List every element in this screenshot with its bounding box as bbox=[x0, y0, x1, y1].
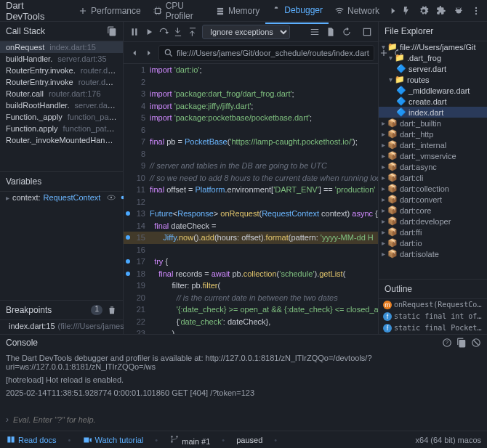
file-icon[interactable] bbox=[326, 27, 336, 37]
eye-icon[interactable] bbox=[106, 192, 116, 203]
tree-item[interactable]: ▸📦dart:_builtin bbox=[379, 118, 487, 129]
tree-item[interactable]: ▸📦dart:collection bbox=[379, 183, 487, 194]
tree-item[interactable]: 🔷index.dart bbox=[379, 107, 487, 118]
plus-icon bbox=[78, 6, 88, 16]
code-line[interactable]: 16 bbox=[124, 244, 378, 256]
nav-back-icon[interactable] bbox=[129, 48, 140, 58]
code-line[interactable]: 5import 'package:pocketbase/pocketbase.d… bbox=[124, 112, 378, 124]
breakpoints-count: 1 bbox=[91, 305, 102, 315]
top-tabs: PerformanceCPU ProfilerMemoryDebuggerNet… bbox=[72, 0, 385, 24]
outline-item[interactable]: fstatic final int offset bbox=[379, 311, 487, 322]
code-line[interactable]: 12 bbox=[124, 196, 378, 208]
expand-icon[interactable] bbox=[362, 27, 372, 37]
code-line[interactable]: 21 '{:date_check} >= open_at && {:date_c… bbox=[124, 304, 378, 316]
tree-item[interactable]: ▸📦dart:io bbox=[379, 237, 487, 248]
code-line[interactable]: 22 {'date_check': dateCheck}, bbox=[124, 316, 378, 328]
console-line: The Dart DevTools debugger and profiler … bbox=[6, 354, 481, 371]
tree-item[interactable]: ▸📦dart:convert bbox=[379, 194, 487, 205]
stack-frame[interactable]: Function.apply function_patch.dart:35 bbox=[0, 123, 123, 134]
tree-item[interactable]: ▸📦dart:core bbox=[379, 205, 487, 216]
code-line[interactable]: 2 bbox=[124, 76, 378, 89]
stack-frame[interactable]: RouterEntry.invoke. router.dart:3… bbox=[0, 65, 123, 76]
tab-network[interactable]: Network bbox=[329, 0, 385, 24]
tree-item[interactable]: ▸📦dart:async bbox=[379, 161, 487, 172]
pause-icon[interactable] bbox=[129, 27, 140, 37]
tab-cpu-profiler[interactable]: CPU Profiler bbox=[147, 0, 209, 24]
tree-item[interactable]: ▸📦dart:cli bbox=[379, 172, 487, 183]
tree-item[interactable]: ▾📁file:///Users/james/Git bbox=[379, 41, 487, 52]
breakpoints-header: Breakpoints 1 bbox=[0, 301, 123, 320]
list-icon[interactable] bbox=[310, 27, 320, 37]
svg-rect-2 bbox=[217, 10, 223, 12]
branch-indicator[interactable]: main #1 bbox=[169, 434, 210, 446]
code-line[interactable]: 6 bbox=[124, 124, 378, 137]
stack-frame[interactable]: Router._invokeMountedHandler router.dart… bbox=[0, 134, 123, 146]
code-editor[interactable]: 1import 'dart:io';23import 'package:dart… bbox=[124, 64, 378, 334]
breakpoint-item[interactable]: index.dart:15 (file:///Users/james/Git/d… bbox=[0, 320, 123, 332]
tree-item[interactable]: ▸📦dart:developer bbox=[379, 216, 487, 227]
outline-item[interactable]: fstatic final PocketBase… bbox=[379, 322, 487, 334]
stack-frame[interactable]: onRequest index.dart:15 bbox=[0, 41, 123, 53]
trash-icon[interactable] bbox=[107, 305, 117, 315]
tree-item[interactable]: ▸📦dart:_internal bbox=[379, 139, 487, 150]
code-line[interactable]: 19 filter: pb.filter( bbox=[124, 280, 378, 292]
tab-memory[interactable]: Memory bbox=[209, 0, 265, 24]
tree-item[interactable]: ▾📁routes bbox=[379, 74, 487, 85]
tree-item[interactable]: 🔷create.dart bbox=[379, 96, 487, 107]
tree-item[interactable]: ▸📦dart:_http bbox=[379, 129, 487, 139]
code-line[interactable]: 14 final dateCheck = bbox=[124, 220, 378, 232]
tree-item[interactable]: 🔷_middleware.dart bbox=[379, 85, 487, 96]
bolt-icon[interactable] bbox=[401, 6, 411, 16]
chevron-right-icon[interactable] bbox=[388, 6, 398, 16]
nav-forward-icon[interactable] bbox=[144, 48, 154, 58]
code-line[interactable]: 9// server and tables in the DB are goin… bbox=[124, 160, 378, 172]
bug-icon[interactable] bbox=[454, 6, 464, 16]
tree-item[interactable]: ▸📦dart:isolate bbox=[379, 248, 487, 259]
code-line[interactable]: 15 Jiffy.now().add(hours: offset).format… bbox=[124, 232, 378, 244]
stack-frame[interactable]: buildHandler. server.dart:35 bbox=[0, 53, 123, 65]
stack-frame[interactable]: Function._apply function_patch.dart:11 bbox=[0, 111, 123, 123]
resume-icon[interactable] bbox=[144, 27, 154, 37]
tree-item[interactable]: 🔷server.dart bbox=[379, 63, 487, 74]
outline-item[interactable]: monRequest(RequestContex… bbox=[379, 299, 487, 311]
svg-text:?: ? bbox=[446, 340, 448, 345]
stack-frame[interactable]: buildRootHandler. server.dart:28 bbox=[0, 99, 123, 111]
svg-point-15 bbox=[171, 436, 172, 437]
tree-item[interactable]: ▾📁.dart_frog bbox=[379, 52, 487, 63]
help-icon[interactable]: ? bbox=[442, 338, 452, 348]
copy-console-icon[interactable] bbox=[456, 338, 467, 348]
code-line[interactable]: 17 try { bbox=[124, 256, 378, 268]
more-vertical-icon[interactable] bbox=[471, 6, 481, 16]
step-over-icon[interactable] bbox=[158, 27, 169, 37]
tab-debugger[interactable]: Debugger bbox=[265, 0, 329, 24]
code-line[interactable]: 7final pb = PocketBase('https://lamp-cau… bbox=[124, 136, 378, 148]
copy-icon[interactable] bbox=[107, 26, 117, 36]
exception-mode-select[interactable]: Ignore exceptions bbox=[202, 25, 290, 39]
stack-frame[interactable]: Router.call router.dart:176 bbox=[0, 88, 123, 99]
clear-console-icon[interactable] bbox=[471, 338, 481, 348]
gear-icon[interactable] bbox=[419, 6, 429, 16]
tree-item[interactable]: ▸📦dart:_vmservice bbox=[379, 150, 487, 161]
code-line[interactable]: 13Future<Response> onRequest(RequestCont… bbox=[124, 208, 378, 220]
step-in-icon[interactable] bbox=[173, 27, 183, 37]
code-line[interactable]: 1import 'dart:io'; bbox=[124, 64, 378, 76]
tree-item[interactable]: ▸📦dart:ffi bbox=[379, 227, 487, 237]
file-path-input[interactable]: file:///Users/james/Git/door_schedule/ro… bbox=[158, 45, 374, 61]
tab-performance[interactable]: Performance bbox=[72, 0, 147, 24]
extension-icon[interactable] bbox=[436, 6, 446, 16]
code-line[interactable]: 23 ), bbox=[124, 327, 378, 334]
code-line[interactable]: 20 // is the current date in between the… bbox=[124, 292, 378, 304]
stack-frame[interactable]: RouterEntry.invoke router.dart:383 bbox=[0, 76, 123, 88]
variable-item[interactable]: ▸ context: RequestContext bbox=[0, 192, 106, 203]
code-line[interactable]: 18 final records = await pb.collection('… bbox=[124, 268, 378, 280]
read-docs-link[interactable]: Read docs bbox=[6, 435, 57, 445]
step-out-icon[interactable] bbox=[188, 27, 198, 37]
code-line[interactable]: 4import 'package:jiffy/jiffy.dart'; bbox=[124, 100, 378, 113]
console-input[interactable] bbox=[13, 415, 481, 425]
code-line[interactable]: 11final offset = Platform.environment['D… bbox=[124, 184, 378, 196]
code-line[interactable]: 3import 'package:dart_frog/dart_frog.dar… bbox=[124, 88, 378, 100]
watch-tutorial-link[interactable]: Watch tutorial bbox=[82, 435, 143, 445]
code-line[interactable]: 8 bbox=[124, 148, 378, 160]
code-line[interactable]: 10// so we need to add 8 hours to the cu… bbox=[124, 172, 378, 184]
refresh-icon[interactable] bbox=[342, 27, 352, 37]
